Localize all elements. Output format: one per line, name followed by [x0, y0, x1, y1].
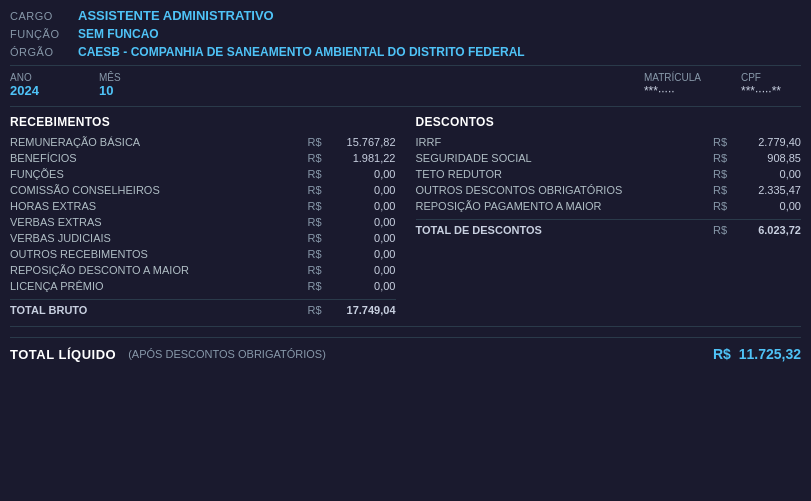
desconto-item-amount: 908,85: [731, 152, 801, 164]
desconto-item-name: REPOSIÇÃO PAGAMENTO A MAIOR: [416, 200, 708, 212]
orgao-label: ÓRGÃO: [10, 46, 70, 58]
divider-3: [10, 326, 801, 327]
recebimento-item-row: BENEFÍCIOS R$ 1.981,22: [10, 151, 396, 165]
recebimento-item-amount: 0,00: [326, 200, 396, 212]
cargo-value: ASSISTENTE ADMINISTRATIVO: [78, 8, 274, 23]
descontos-items: IRRF R$ 2.779,40 SEGURIDADE SOCIAL R$ 90…: [416, 135, 802, 213]
matricula-label: MATRÍCULA: [644, 72, 701, 83]
recebimento-item-name: COMISSÃO CONSELHEIROS: [10, 184, 302, 196]
liquido-sub: (APÓS DESCONTOS OBRIGATÓRIOS): [128, 348, 713, 360]
recebimento-item-name: REMUNERAÇÃO BÁSICA: [10, 136, 302, 148]
recebimento-item-name: REPOSIÇÃO DESCONTO A MAIOR: [10, 264, 302, 276]
desconto-item-row: REPOSIÇÃO PAGAMENTO A MAIOR R$ 0,00: [416, 199, 802, 213]
desconto-item-amount: 2.779,40: [731, 136, 801, 148]
funcao-label: FUNÇÃO: [10, 28, 70, 40]
desconto-item-currency: R$: [707, 168, 727, 180]
recebimento-item-amount: 1.981,22: [326, 152, 396, 164]
desconto-item-row: IRRF R$ 2.779,40: [416, 135, 802, 149]
recebimento-item-currency: R$: [302, 264, 322, 276]
recebimentos-total-currency: R$: [307, 304, 321, 316]
recebimento-item-currency: R$: [302, 200, 322, 212]
desconto-item-row: TETO REDUTOR R$ 0,00: [416, 167, 802, 181]
desconto-item-row: OUTROS DESCONTOS OBRIGATÓRIOS R$ 2.335,4…: [416, 183, 802, 197]
recebimento-item-currency: R$: [302, 232, 322, 244]
matricula-value: ***·····: [644, 84, 701, 98]
ano-label: ANO: [10, 72, 39, 83]
recebimento-item-row: HORAS EXTRAS R$ 0,00: [10, 199, 396, 213]
recebimento-item-row: COMISSÃO CONSELHEIROS R$ 0,00: [10, 183, 396, 197]
cpf-col: CPF ***·····**: [741, 72, 781, 98]
divider-2: [10, 106, 801, 107]
recebimentos-section: RECEBIMENTOS REMUNERAÇÃO BÁSICA R$ 15.76…: [10, 115, 406, 316]
recebimento-item-row: REPOSIÇÃO DESCONTO A MAIOR R$ 0,00: [10, 263, 396, 277]
descontos-total-amount: 6.023,72: [731, 224, 801, 236]
mes-value: 10: [99, 83, 121, 98]
recebimento-item-name: FUNÇÕES: [10, 168, 302, 180]
recebimento-item-name: VERBAS EXTRAS: [10, 216, 302, 228]
desconto-item-currency: R$: [707, 152, 727, 164]
divider-1: [10, 65, 801, 66]
desconto-item-row: SEGURIDADE SOCIAL R$ 908,85: [416, 151, 802, 165]
desconto-item-currency: R$: [707, 184, 727, 196]
desconto-item-name: IRRF: [416, 136, 708, 148]
recebimento-item-currency: R$: [302, 216, 322, 228]
recebimento-item-amount: 0,00: [326, 280, 396, 292]
recebimento-item-amount: 15.767,82: [326, 136, 396, 148]
recebimento-item-amount: 0,00: [326, 216, 396, 228]
recebimento-item-currency: R$: [302, 248, 322, 260]
ano-value: 2024: [10, 83, 39, 98]
desconto-item-currency: R$: [707, 136, 727, 148]
desconto-item-amount: 0,00: [731, 200, 801, 212]
recebimento-item-row: FUNÇÕES R$ 0,00: [10, 167, 396, 181]
cpf-label: CPF: [741, 72, 781, 83]
recebimento-item-row: VERBAS JUDICIAIS R$ 0,00: [10, 231, 396, 245]
recebimento-item-amount: 0,00: [326, 264, 396, 276]
recebimento-item-amount: 0,00: [326, 248, 396, 260]
desconto-item-amount: 0,00: [731, 168, 801, 180]
recebimento-item-name: HORAS EXTRAS: [10, 200, 302, 212]
cargo-label: CARGO: [10, 10, 70, 22]
desconto-item-name: SEGURIDADE SOCIAL: [416, 152, 708, 164]
recebimento-item-name: LICENÇA PRÊMIO: [10, 280, 302, 292]
desconto-item-amount: 2.335,47: [731, 184, 801, 196]
cpf-value: ***·····**: [741, 84, 781, 98]
descontos-total-label: TOTAL DE DESCONTOS: [416, 224, 542, 236]
mes-label: MÊS: [99, 72, 121, 83]
desconto-item-currency: R$: [707, 200, 727, 212]
recebimento-item-name: OUTROS RECEBIMENTOS: [10, 248, 302, 260]
recebimentos-total-label: TOTAL BRUTO: [10, 304, 87, 316]
recebimentos-items: REMUNERAÇÃO BÁSICA R$ 15.767,82 BENEFÍCI…: [10, 135, 396, 293]
recebimento-item-row: LICENÇA PRÊMIO R$ 0,00: [10, 279, 396, 293]
descontos-title: DESCONTOS: [416, 115, 802, 129]
recebimento-item-name: VERBAS JUDICIAIS: [10, 232, 302, 244]
descontos-section: DESCONTOS IRRF R$ 2.779,40 SEGURIDADE SO…: [406, 115, 802, 316]
recebimentos-title: RECEBIMENTOS: [10, 115, 396, 129]
recebimento-item-currency: R$: [302, 184, 322, 196]
recebimento-item-currency: R$: [302, 168, 322, 180]
recebimento-item-amount: 0,00: [326, 168, 396, 180]
recebimento-item-row: VERBAS EXTRAS R$ 0,00: [10, 215, 396, 229]
ano-col: ANO 2024: [10, 72, 39, 98]
mes-col: MÊS 10: [99, 72, 121, 98]
matricula-col: MATRÍCULA ***·····: [644, 72, 701, 98]
orgao-value: CAESB - COMPANHIA DE SANEAMENTO AMBIENTA…: [78, 45, 525, 59]
recebimento-item-row: REMUNERAÇÃO BÁSICA R$ 15.767,82: [10, 135, 396, 149]
descontos-total-row: TOTAL DE DESCONTOS R$ 6.023,72: [416, 219, 802, 236]
liquido-currency: R$: [713, 346, 731, 362]
recebimento-item-currency: R$: [302, 152, 322, 164]
liquido-amount: R$ 11.725,32: [713, 346, 801, 362]
recebimentos-total-row: TOTAL BRUTO R$ 17.749,04: [10, 299, 396, 316]
recebimento-item-currency: R$: [302, 280, 322, 292]
recebimento-item-name: BENEFÍCIOS: [10, 152, 302, 164]
recebimento-item-amount: 0,00: [326, 184, 396, 196]
recebimento-item-row: OUTROS RECEBIMENTOS R$ 0,00: [10, 247, 396, 261]
liquido-value: 11.725,32: [739, 346, 801, 362]
funcao-value: SEM FUNCAO: [78, 27, 159, 41]
descontos-total-currency: R$: [713, 224, 727, 236]
recebimento-item-currency: R$: [302, 136, 322, 148]
recebimentos-total-amount: 17.749,04: [326, 304, 396, 316]
desconto-item-name: OUTROS DESCONTOS OBRIGATÓRIOS: [416, 184, 708, 196]
recebimento-item-amount: 0,00: [326, 232, 396, 244]
liquido-bar: TOTAL LÍQUIDO (APÓS DESCONTOS OBRIGATÓRI…: [10, 337, 801, 368]
desconto-item-name: TETO REDUTOR: [416, 168, 708, 180]
